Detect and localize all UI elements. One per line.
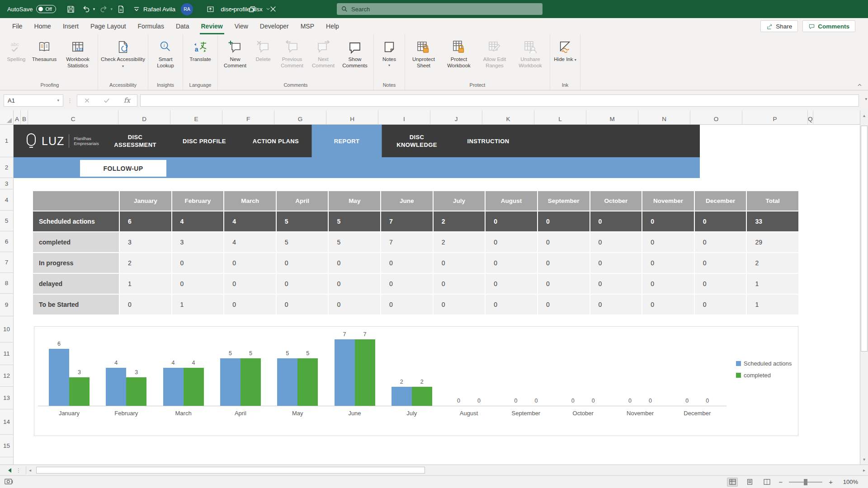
column-header-A[interactable]: A: [14, 110, 21, 124]
menu-tab-page-layout[interactable]: Page Layout: [85, 18, 132, 34]
table-header-march[interactable]: March: [224, 191, 276, 211]
new-comment-button[interactable]: New Comment: [219, 36, 251, 78]
normal-view-button[interactable]: [727, 478, 738, 487]
table-cell[interactable]: 3: [172, 232, 224, 252]
table-cell[interactable]: 5: [329, 211, 380, 231]
table-cell[interactable]: 0: [695, 274, 746, 294]
column-header-F[interactable]: F: [222, 110, 274, 124]
column-header-K[interactable]: K: [482, 110, 534, 124]
row-header-6[interactable]: 6: [0, 231, 13, 252]
table-cell[interactable]: 0: [329, 295, 380, 314]
comments-button[interactable]: Comments: [802, 20, 855, 32]
nav-tab-instruction[interactable]: INSTRUCTION: [461, 125, 515, 157]
document-title[interactable]: disc-profile.xlsx: [184, 0, 307, 18]
column-header-N[interactable]: N: [638, 110, 690, 124]
column-header-C[interactable]: C: [28, 110, 118, 124]
insert-function-icon[interactable]: fx: [124, 96, 130, 104]
table-cell[interactable]: 0: [590, 232, 642, 252]
menu-tab-insert[interactable]: Insert: [57, 18, 85, 34]
expand-formula-bar-button[interactable]: ▾: [865, 97, 867, 101]
row-header-11[interactable]: 11: [0, 343, 13, 365]
table-cell[interactable]: 0: [486, 295, 537, 314]
table-cell[interactable]: 7: [381, 232, 433, 252]
nav-tab-disc-profile[interactable]: DISC PROFILE: [176, 125, 232, 157]
table-header-august[interactable]: August: [486, 191, 537, 211]
table-corner-cell[interactable]: [33, 191, 119, 211]
column-header-D[interactable]: D: [118, 110, 170, 124]
hide-ink-button[interactable]: Hide Ink ▾: [552, 36, 579, 78]
search-input[interactable]: [351, 6, 523, 13]
autosave-toggle[interactable]: AutoSave Off: [7, 5, 56, 13]
table-cell[interactable]: 0: [381, 253, 433, 273]
table-cell[interactable]: 2: [434, 232, 485, 252]
followup-tab[interactable]: FOLLOW-UP: [80, 160, 166, 177]
table-cell[interactable]: 0: [329, 274, 380, 294]
table-header-june[interactable]: June: [381, 191, 433, 211]
table-cell[interactable]: 0: [434, 253, 485, 273]
row-header-9[interactable]: 9: [0, 294, 13, 316]
table-cell[interactable]: 1: [747, 295, 798, 314]
table-cell[interactable]: 0: [642, 232, 694, 252]
table-row-label[interactable]: To be Started: [33, 295, 119, 314]
table-cell[interactable]: 0: [172, 253, 224, 273]
table-header-may[interactable]: May: [329, 191, 380, 211]
table-cell[interactable]: 2: [434, 211, 485, 231]
table-cell[interactable]: 0: [695, 295, 746, 314]
undo-dropdown-caret[interactable]: ▾: [93, 7, 95, 11]
name-box[interactable]: A1 ▾: [4, 94, 63, 107]
table-header-september[interactable]: September: [538, 191, 590, 211]
table-row-label[interactable]: In progress: [33, 253, 119, 273]
table-cell[interactable]: 0: [434, 295, 485, 314]
table-cell[interactable]: 2: [120, 253, 171, 273]
table-cell[interactable]: 2: [747, 253, 798, 273]
autosave-switch[interactable]: Off: [36, 5, 56, 13]
sheet-tab-scroll-left-icon[interactable]: [8, 468, 11, 473]
row-header-15[interactable]: 15: [0, 435, 13, 457]
table-cell[interactable]: 0: [277, 295, 328, 314]
table-cell[interactable]: 0: [695, 253, 746, 273]
nav-tab-disc-knowledge[interactable]: DISCKNOWLEDGE: [390, 125, 443, 157]
column-header-H[interactable]: H: [326, 110, 378, 124]
zoom-slider[interactable]: [789, 482, 822, 483]
user-name[interactable]: Rafael Avila: [143, 6, 175, 13]
scroll-right-arrow[interactable]: ▸: [863, 468, 865, 473]
nav-tab-disc-assessment[interactable]: DISCASSESSMENT: [108, 125, 163, 157]
table-cell[interactable]: 0: [538, 211, 590, 231]
menu-tab-formulas[interactable]: Formulas: [132, 18, 170, 34]
menu-tab-help[interactable]: Help: [320, 18, 345, 34]
search-box[interactable]: [337, 3, 542, 15]
row-header-12[interactable]: 12: [0, 365, 13, 387]
cancel-icon[interactable]: [84, 98, 90, 103]
vertical-scroll-thumb[interactable]: [861, 126, 868, 352]
vertical-scrollbar[interactable]: ▴ ▾: [860, 110, 868, 465]
table-cell[interactable]: 0: [381, 295, 433, 314]
enter-check-icon[interactable]: [104, 97, 110, 103]
row-header-2[interactable]: 2: [0, 157, 13, 178]
table-cell[interactable]: 0: [434, 274, 485, 294]
table-cell[interactable]: 0: [590, 211, 642, 231]
table-cell[interactable]: 4: [224, 211, 276, 231]
table-cell[interactable]: 3: [120, 232, 171, 252]
menu-tab-file[interactable]: File: [6, 18, 28, 34]
table-cell[interactable]: 0: [695, 211, 746, 231]
name-box-caret[interactable]: ▾: [57, 98, 59, 103]
table-header-july[interactable]: July: [434, 191, 485, 211]
row-header-3[interactable]: 3: [0, 178, 13, 189]
column-header-J[interactable]: J: [430, 110, 482, 124]
zoom-slider-thumb[interactable]: [804, 479, 807, 485]
column-header-I[interactable]: I: [378, 110, 430, 124]
page-break-preview-button[interactable]: [761, 478, 772, 487]
check-accessibility-button[interactable]: Check Accessibility ▾: [99, 36, 146, 78]
thesaurus-button[interactable]: Thesaurus: [29, 36, 59, 78]
table-cell[interactable]: 5: [277, 211, 328, 231]
table-cell[interactable]: 0: [486, 232, 537, 252]
actions-chart[interactable]: Scheduled actions completed January63Feb…: [34, 326, 798, 436]
scroll-up-arrow[interactable]: ▴: [860, 113, 868, 118]
table-cell[interactable]: 1: [172, 295, 224, 314]
row-header-7[interactable]: 7: [0, 252, 13, 273]
zoom-out-button[interactable]: −: [778, 478, 783, 486]
table-header-november[interactable]: November: [642, 191, 694, 211]
row-header-8[interactable]: 8: [0, 273, 13, 294]
table-cell[interactable]: 0: [642, 211, 694, 231]
table-cell[interactable]: 6: [120, 211, 171, 231]
